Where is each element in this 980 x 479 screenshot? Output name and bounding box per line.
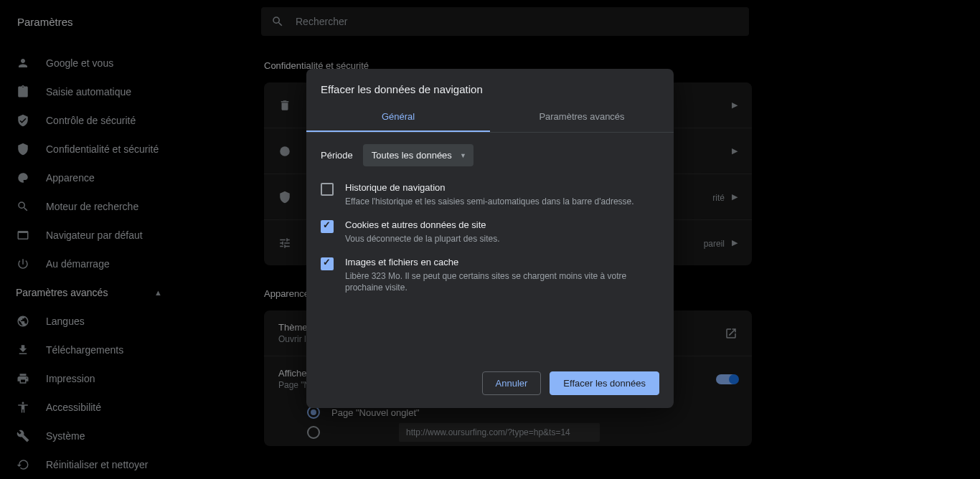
dropdown-arrow-icon: ▼: [460, 152, 466, 159]
option-history[interactable]: Historique de navigationEfface l'histori…: [306, 178, 674, 215]
clear-data-dialog: Effacer les données de navigation Généra…: [306, 69, 674, 408]
option-title: Historique de navigation: [345, 182, 659, 193]
option-cache[interactable]: Images et fichiers en cacheLibère 323 Mo…: [306, 252, 674, 302]
dialog-tabs: Général Paramètres avancés: [306, 103, 674, 133]
period-row: Période Toutes les données▼: [306, 133, 674, 178]
clear-data-button[interactable]: Effacer les données: [550, 371, 659, 395]
dialog-actions: Annuler Effacer les données: [306, 359, 674, 408]
dialog-backdrop[interactable]: Effacer les données de navigation Généra…: [0, 0, 980, 479]
checkbox-checked-icon[interactable]: [321, 220, 334, 233]
tab-basic[interactable]: Général: [306, 103, 490, 132]
checkbox-unchecked-icon[interactable]: [321, 183, 334, 196]
option-title: Cookies et autres données de site: [345, 219, 659, 230]
period-value: Toutes les données: [372, 150, 452, 161]
option-sub: Efface l'historique et les saisies semi-…: [345, 196, 659, 208]
option-title: Images et fichiers en cache: [345, 257, 659, 267]
tab-advanced[interactable]: Paramètres avancés: [490, 103, 674, 132]
option-cookies[interactable]: Cookies et autres données de siteVous dé…: [306, 215, 674, 252]
option-sub: Libère 323 Mo. Il se peut que certains s…: [345, 270, 659, 295]
cancel-button[interactable]: Annuler: [482, 371, 542, 395]
checkbox-checked-icon[interactable]: [321, 257, 334, 270]
option-sub: Vous déconnecte de la plupart des sites.: [345, 233, 659, 245]
period-label: Période: [321, 150, 353, 161]
dialog-title: Effacer les données de navigation: [306, 69, 674, 103]
period-select[interactable]: Toutes les données▼: [363, 144, 473, 166]
